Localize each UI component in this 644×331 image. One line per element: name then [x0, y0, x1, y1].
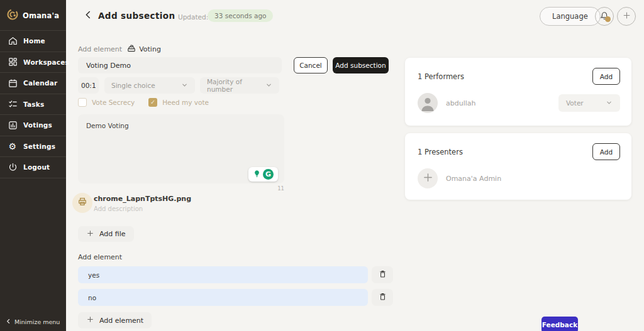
feedback-button[interactable]: Feedback [541, 317, 578, 331]
element-type: Voting [127, 44, 161, 55]
performers-card-header: 1 Performers Add [405, 58, 631, 85]
back-button[interactable] [82, 10, 94, 21]
voting-name-input[interactable] [78, 57, 282, 73]
trash-icon [379, 293, 387, 303]
updated-badge: 33 seconds ago [208, 9, 273, 22]
brand-logo-icon [6, 8, 19, 23]
add-subsection-button[interactable]: Add subsection [333, 57, 389, 73]
minimize-menu-label: Minimize menu [14, 318, 60, 325]
create-button[interactable] [617, 7, 636, 26]
performer-role-value: Voter [566, 99, 584, 107]
add-presenter-button[interactable]: Add [592, 143, 620, 160]
cancel-button[interactable]: Cancel [294, 57, 328, 73]
presenter-row: Omana'a Admin [405, 160, 631, 188]
plus-icon [86, 315, 94, 325]
notification-badge [605, 16, 611, 22]
add-performer-button[interactable]: Add [592, 68, 620, 85]
sidebar-item-label: Tasks [23, 100, 44, 108]
page-title: Add subsection [98, 11, 175, 21]
add-element-button-label: Add element [99, 317, 143, 325]
add-file-label: Add file [99, 230, 126, 238]
checkbox-checked-icon: ✓ [148, 98, 157, 107]
performers-card: 1 Performers Add abdullah Voter [405, 58, 631, 126]
workspaces-icon [8, 57, 18, 67]
vote-options-row: Vote Secrecy ✓ Heed my vote [78, 98, 209, 107]
performer-role-select[interactable]: Voter [558, 94, 620, 112]
avatar [418, 93, 438, 113]
options-section-label: Add element [78, 253, 122, 261]
vote-secrecy-label: Vote Secrecy [92, 99, 135, 106]
sidebar-item-workspaces[interactable]: Workspaces [0, 52, 66, 73]
add-avatar-button[interactable] [418, 168, 438, 188]
heed-my-vote-checkbox[interactable]: ✓ Heed my vote [148, 98, 209, 107]
sidebar-item-settings[interactable]: ⚙ Settings [0, 136, 66, 158]
sidebar-item-label: Calendar [23, 79, 57, 87]
sidebar-item-label: Home [23, 37, 45, 45]
chevron-down-icon [265, 82, 272, 90]
checkbox-unchecked-icon [78, 98, 87, 107]
sidebar-item-calendar[interactable]: Calendar [0, 73, 66, 94]
element-type-label: Voting [139, 45, 161, 53]
sidebar-nav: Home Workspaces Calendar Tasks Votings ⚙… [0, 30, 66, 178]
duration-input[interactable] [78, 77, 99, 94]
chevron-down-icon [606, 99, 613, 107]
add-file-button[interactable]: Add file [78, 226, 134, 242]
sidebar-item-tasks[interactable]: Tasks [0, 94, 66, 116]
performer-name: abdullah [446, 99, 550, 107]
chevron-left-icon [6, 318, 11, 325]
element-type-row: Add element Voting [78, 44, 161, 55]
add-element-button[interactable]: Add element [78, 312, 152, 328]
presenters-card: 1 Presenters Add Omana'a Admin [405, 133, 631, 200]
ballot-icon [127, 44, 136, 55]
file-thumbnail[interactable] [72, 193, 92, 213]
calendar-icon [8, 78, 18, 88]
votings-icon [8, 120, 18, 130]
printer-icon [77, 197, 87, 209]
file-name: chrome_LapnTptsHG.png [94, 195, 191, 203]
sidebar-item-logout[interactable]: Logout [0, 157, 66, 178]
character-count: 11 [264, 185, 284, 192]
sidebar-item-votings[interactable]: Votings [0, 115, 66, 136]
trash-icon [379, 270, 387, 280]
majority-type-select[interactable]: Majority of number [200, 77, 279, 94]
plus-icon [86, 229, 94, 239]
tasks-icon [8, 99, 18, 109]
chevron-down-icon [181, 82, 188, 90]
presenters-title: 1 Presenters [418, 148, 463, 156]
chevron-left-icon [84, 10, 93, 21]
language-button[interactable]: Language [540, 7, 601, 26]
brand-name: Omana'a [23, 11, 59, 20]
add-element-label: Add element [78, 45, 122, 53]
vote-secrecy-checkbox[interactable]: Vote Secrecy [78, 98, 135, 107]
plus-icon [423, 172, 433, 185]
heed-my-vote-label: Heed my vote [162, 99, 209, 106]
lightbulb-icon [253, 168, 261, 180]
presenters-card-header: 1 Presenters Add [405, 133, 631, 160]
updated-label: Updated: [178, 13, 208, 21]
logout-icon [8, 162, 18, 172]
file-description-input[interactable] [94, 205, 232, 212]
sidebar-item-label: Workspaces [23, 58, 69, 66]
sidebar: Omana'a Home Workspaces Calendar Tasks V… [0, 0, 66, 331]
grammarly-widget[interactable]: G [248, 167, 278, 182]
delete-option-button[interactable] [372, 289, 393, 306]
home-icon [8, 36, 18, 46]
brand-logo[interactable]: Omana'a [0, 0, 66, 30]
sidebar-item-label: Logout [23, 163, 50, 171]
performer-row: abdullah Voter [405, 85, 631, 113]
option-input[interactable] [78, 289, 368, 306]
option-input[interactable] [78, 266, 368, 283]
presenter-name: Omana'a Admin [446, 175, 620, 183]
choice-type-select[interactable]: Single choice [104, 77, 195, 94]
performers-title: 1 Performers [418, 72, 464, 81]
sidebar-item-label: Votings [23, 121, 52, 129]
minimize-menu-button[interactable]: Minimize menu [6, 318, 60, 325]
choice-type-value: Single choice [111, 82, 155, 89]
gear-icon: ⚙ [8, 141, 18, 151]
sidebar-item-home[interactable]: Home [0, 31, 66, 52]
delete-option-button[interactable] [372, 266, 393, 283]
majority-value: Majority of number [207, 78, 265, 93]
grammarly-icon: G [263, 169, 274, 180]
sidebar-item-label: Settings [23, 143, 55, 150]
notifications-button[interactable] [595, 7, 614, 26]
